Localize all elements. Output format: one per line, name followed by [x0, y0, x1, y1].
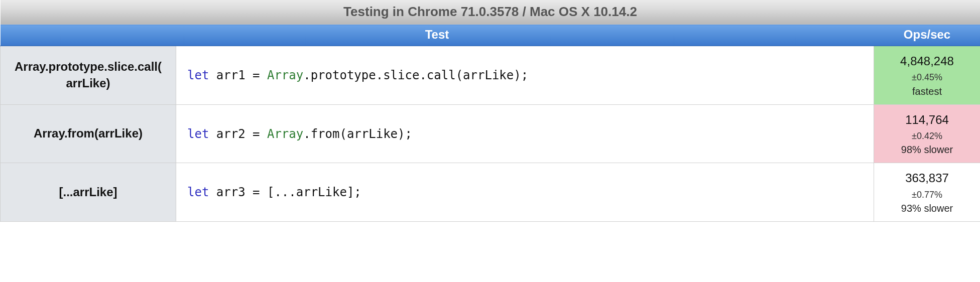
header-ops: Ops/sec: [874, 25, 981, 46]
ops-value: 4,848,248: [900, 54, 954, 68]
table-row: Array.from(arrLike) let arr2 = Array.fro…: [1, 104, 981, 163]
table-row: Array.prototype.slice.call( arrLike) let…: [1, 46, 981, 105]
test-label: Array.prototype.slice.call( arrLike): [1, 46, 176, 105]
ops-note: 93% slower: [877, 202, 977, 215]
header-test: Test: [1, 25, 874, 46]
ops-value: 363,837: [905, 171, 949, 185]
ops-value: 114,764: [905, 113, 949, 126]
benchmark-table: Testing in Chrome 71.0.3578 / Mac OS X 1…: [0, 0, 980, 222]
ops-cell: 4,848,248 ±0.45% fastest: [874, 46, 981, 105]
title-row: Testing in Chrome 71.0.3578 / Mac OS X 1…: [1, 0, 981, 25]
test-code: let arr3 = [...arrLike];: [176, 163, 874, 222]
table-row: [...arrLike] let arr3 = [...arrLike]; 36…: [1, 163, 981, 222]
test-code: let arr2 = Array.from(arrLike);: [176, 104, 874, 163]
test-code: let arr1 = Array.prototype.slice.call(ar…: [176, 46, 874, 105]
page-title: Testing in Chrome 71.0.3578 / Mac OS X 1…: [1, 0, 981, 25]
header-row: Test Ops/sec: [1, 25, 981, 46]
ops-error: ±0.42%: [877, 130, 977, 142]
ops-cell: 363,837 ±0.77% 93% slower: [874, 163, 981, 222]
ops-error: ±0.77%: [877, 189, 977, 201]
ops-cell: 114,764 ±0.42% 98% slower: [874, 104, 981, 163]
test-label: [...arrLike]: [1, 163, 176, 222]
ops-error: ±0.45%: [877, 71, 977, 83]
ops-note: 98% slower: [877, 143, 977, 157]
test-label: Array.from(arrLike): [1, 104, 176, 163]
ops-note: fastest: [877, 85, 977, 98]
